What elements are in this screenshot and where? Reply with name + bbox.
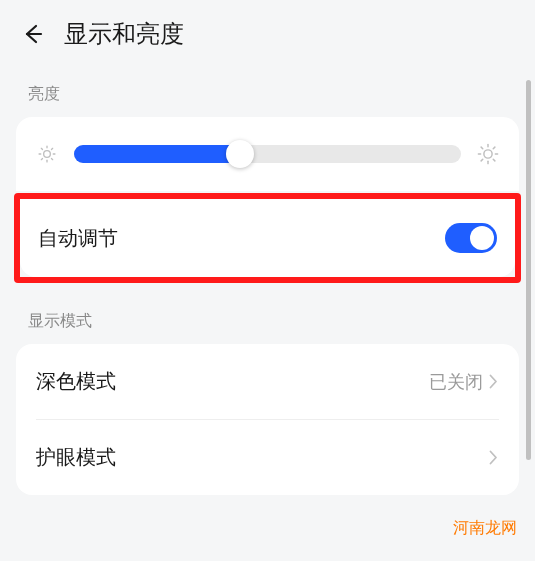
svg-line-15 bbox=[493, 159, 495, 161]
svg-line-17 bbox=[493, 147, 495, 149]
display-mode-section-label: 显示模式 bbox=[0, 301, 535, 344]
sun-large-icon bbox=[477, 143, 499, 165]
display-mode-card: 深色模式 已关闭 护眼模式 bbox=[16, 344, 519, 495]
scrollbar[interactable] bbox=[526, 80, 531, 460]
svg-line-14 bbox=[481, 147, 483, 149]
brightness-section-label: 亮度 bbox=[0, 74, 535, 117]
chevron-right-icon bbox=[489, 374, 499, 390]
toggle-knob bbox=[470, 226, 494, 250]
dark-mode-label: 深色模式 bbox=[36, 368, 116, 395]
dark-mode-value: 已关闭 bbox=[429, 370, 483, 394]
watermark: 河南龙网 bbox=[453, 518, 517, 539]
back-icon[interactable] bbox=[20, 21, 46, 47]
auto-adjust-row[interactable]: 自动调节 bbox=[20, 199, 515, 277]
svg-point-0 bbox=[44, 151, 51, 158]
svg-line-16 bbox=[481, 159, 483, 161]
eye-comfort-label: 护眼模式 bbox=[36, 444, 116, 471]
auto-adjust-label: 自动调节 bbox=[38, 225, 118, 252]
brightness-slider[interactable] bbox=[74, 145, 461, 163]
svg-line-5 bbox=[41, 148, 42, 149]
chevron-right-icon bbox=[489, 450, 499, 466]
page-title: 显示和亮度 bbox=[64, 18, 184, 50]
svg-point-9 bbox=[484, 150, 492, 158]
brightness-card bbox=[16, 117, 519, 191]
brightness-slider-row bbox=[16, 117, 519, 191]
svg-line-7 bbox=[41, 159, 42, 160]
svg-line-8 bbox=[52, 148, 53, 149]
dark-mode-row[interactable]: 深色模式 已关闭 bbox=[16, 344, 519, 419]
brightness-slider-fill bbox=[74, 145, 240, 163]
svg-line-6 bbox=[52, 159, 53, 160]
auto-adjust-toggle[interactable] bbox=[445, 223, 497, 253]
highlight-annotation: 自动调节 bbox=[14, 193, 521, 283]
eye-comfort-row[interactable]: 护眼模式 bbox=[16, 420, 519, 495]
sun-small-icon bbox=[36, 143, 58, 165]
brightness-slider-thumb[interactable] bbox=[226, 140, 254, 168]
